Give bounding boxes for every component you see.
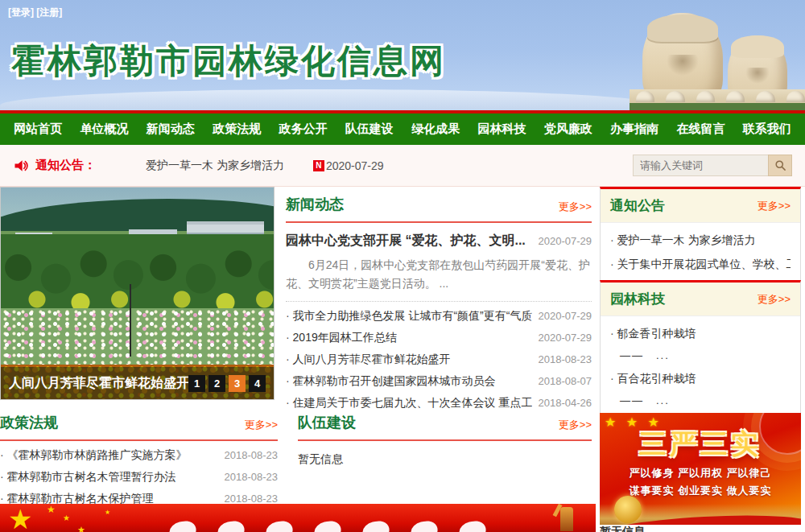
- page: [登录] [注册] 霍林郭勒市园林绿化信息网 网站首页 单位概况 新闻动态 政策…: [0, 0, 805, 532]
- carousel-trees: [1, 234, 274, 308]
- team-more-link[interactable]: 更多>>: [559, 418, 592, 432]
- nav-item-news[interactable]: 新闻动态: [138, 122, 204, 137]
- policy-row: 霍林郭勒市古树名木管理暂行办法 2018-08-23: [0, 466, 278, 488]
- policy-item-date: 2018-08-23: [225, 471, 279, 483]
- notice-box: 通知公告 更多>> 爱护一草一木 为家乡增活力 关于集中开展花园式单位、学校、工…: [600, 187, 801, 285]
- news-item-link[interactable]: 住建局关于市委七届九次、十次全体会议 重点工作任...: [286, 396, 532, 410]
- featured-article-date: 2020-07-29: [539, 235, 592, 247]
- featured-article-summary: 6月24日，园林中心党支部在敖包山芍药园开展“爱花、护花、文明赏花”主题党日活动…: [286, 256, 592, 293]
- main-nav: 网站首页 单位概况 新闻动态 政策法规 政务公开 队伍建设 绿化成果 园林科技 …: [0, 113, 805, 145]
- search-icon: [774, 159, 786, 171]
- star-icon: ★: [47, 504, 56, 515]
- tech-box-title: 园林科技: [610, 290, 665, 308]
- banner-line1: 严以修身 严以用权 严以律己: [600, 466, 801, 480]
- carousel-caption-bar: 人间八月芳菲尽霍市鲜花始盛开 1 2 3 4: [1, 367, 274, 399]
- star-icon: ★: [8, 505, 32, 532]
- new-badge-icon: N: [313, 160, 324, 171]
- tech-item-sub: —— ...: [610, 345, 791, 366]
- news-row: 人间八月芳菲尽霍市鲜花始盛开 2018-08-23: [286, 348, 592, 370]
- site-header: [登录] [注册] 霍林郭勒市园林绿化信息网: [0, 0, 805, 110]
- news-row: 霍林郭勒市召开创建国家园林城市动员会 2018-08-07: [286, 370, 592, 392]
- section-rule: [286, 221, 592, 223]
- photo-carousel[interactable]: 人间八月芳菲尽霍市鲜花始盛开 1 2 3 4: [0, 187, 275, 400]
- carousel-page-2[interactable]: 2: [208, 375, 225, 392]
- three-stricts-banner[interactable]: ★ ★ ★ 三严三实 严以修身 严以用权 严以律己 谋事要实 创业要实 做人要实: [600, 413, 801, 525]
- news-more-link[interactable]: 更多>>: [559, 200, 592, 214]
- nav-item-greening[interactable]: 绿化成果: [402, 122, 469, 137]
- genghis-khan-statues-image: [630, 0, 805, 110]
- bottom-right-box: 暂无信息: [600, 525, 801, 532]
- carousel-caption[interactable]: 人间八月芳菲尽霍市鲜花始盛开: [9, 375, 188, 392]
- nav-item-tech[interactable]: 园林科技: [469, 122, 535, 137]
- team-section: 队伍建设 更多>> 暂无信息: [298, 413, 592, 467]
- news-list: 我市全力助推绿色发展 让城市有“颜值”更有“气质” 2020-07-29 201…: [286, 305, 592, 414]
- news-item-link[interactable]: 霍林郭勒市召开创建国家园林城市动员会: [286, 374, 496, 389]
- news-item-link[interactable]: 我市全力助推绿色发展 让城市有“颜值”更有“气质”: [286, 309, 532, 324]
- policy-section: 政策法规 更多>> 《霍林郭勒市林荫路推广实施方案》 2018-08-23 霍林…: [0, 413, 278, 509]
- dotted-separator: [286, 301, 592, 302]
- nav-item-about[interactable]: 单位概况: [71, 122, 137, 137]
- notice-date: 2020-07-29: [326, 159, 384, 172]
- nav-item-team[interactable]: 队伍建设: [336, 122, 402, 137]
- bottom-red-banner[interactable]: ★ ★ ★ ★ ★: [0, 504, 596, 532]
- nav-item-home[interactable]: 网站首页: [5, 122, 71, 137]
- search-box: [633, 155, 792, 176]
- carousel-flower-field: [1, 308, 274, 365]
- news-item-link[interactable]: 2019年园林工作总结: [286, 331, 397, 345]
- featured-article-link[interactable]: 园林中心党支部开展 “爱花、护花、文明...: [286, 233, 526, 250]
- policy-item-date: 2018-08-23: [225, 493, 279, 505]
- tech-item-link[interactable]: 郁金香引种栽培: [610, 321, 791, 345]
- speaker-icon: [13, 158, 29, 174]
- news-section: 新闻动态 更多>> 园林中心党支部开展 “爱花、护花、文明... 2020-07…: [286, 195, 592, 414]
- news-item-date: 2020-07-29: [539, 310, 592, 322]
- star-icon: ★: [105, 509, 110, 516]
- register-link[interactable]: [注册]: [36, 6, 62, 18]
- notice-link[interactable]: 爱护一草一木 为家乡增活力: [146, 159, 284, 173]
- notice-item-link[interactable]: 关于集中开展花园式单位、学校、工厂...: [610, 252, 791, 276]
- policy-section-title: 政策法规: [0, 413, 58, 432]
- auth-links: [登录] [注册]: [8, 6, 62, 19]
- nav-item-message[interactable]: 在线留言: [667, 122, 733, 137]
- statue-figure-decoration: [560, 507, 573, 531]
- search-input[interactable]: [633, 155, 768, 176]
- news-row: 住建局关于市委七届九次、十次全体会议 重点工作任... 2018-04-26: [286, 392, 592, 414]
- carousel-pole: [130, 284, 131, 357]
- news-row: 2019年园林工作总结 2020-07-29: [286, 327, 592, 348]
- policy-item-link[interactable]: 霍林郭勒市古树名木管理暂行办法: [0, 470, 176, 485]
- policy-item-date: 2018-08-23: [225, 449, 279, 461]
- policy-more-link[interactable]: 更多>>: [245, 418, 278, 432]
- notice-item-link[interactable]: 爱护一草一木 为家乡增活力: [610, 228, 791, 252]
- calligraphy-decoration: [169, 522, 507, 532]
- carousel-page-1[interactable]: 1: [188, 375, 205, 392]
- yurt-domes: [630, 91, 805, 104]
- nav-item-contact[interactable]: 联系我们: [734, 122, 800, 137]
- news-row: 我市全力助推绿色发展 让城市有“颜值”更有“气质” 2020-07-29: [286, 305, 592, 327]
- nav-item-gov-affairs[interactable]: 政务公开: [270, 122, 336, 137]
- news-item-date: 2020-07-29: [539, 332, 592, 344]
- news-item-date: 2018-04-26: [539, 397, 592, 409]
- banner-title: 三严三实: [600, 426, 801, 463]
- header-hills: [0, 89, 660, 110]
- nav-item-party[interactable]: 党风廉政: [535, 122, 601, 137]
- search-button[interactable]: [768, 155, 792, 176]
- section-rule: [298, 439, 592, 441]
- policy-item-link[interactable]: 《霍林郭勒市林荫路推广实施方案》: [0, 448, 188, 463]
- notice-box-more-link[interactable]: 更多>>: [758, 199, 791, 213]
- notice-box-title: 通知公告: [610, 196, 665, 215]
- login-link[interactable]: [登录]: [8, 6, 34, 18]
- team-empty-text: 暂无信息: [298, 452, 592, 467]
- team-section-title: 队伍建设: [298, 413, 356, 432]
- notice-bar: 通知公告： 爱护一草一木 为家乡增活力 N 2020-07-29: [0, 145, 805, 187]
- tech-box: 园林科技 更多>> 郁金香引种栽培 —— ... 百合花引种栽培 —— ...: [600, 280, 801, 420]
- news-section-title: 新闻动态: [286, 195, 344, 214]
- carousel-page-3-active[interactable]: 3: [229, 375, 246, 392]
- notice-label: 通知公告：: [35, 158, 96, 173]
- nav-item-guide[interactable]: 办事指南: [601, 122, 667, 137]
- site-title: 霍林郭勒市园林绿化信息网: [11, 39, 446, 84]
- nav-item-policy[interactable]: 政策法规: [204, 122, 270, 137]
- carousel-page-4[interactable]: 4: [249, 375, 266, 392]
- tech-box-more-link[interactable]: 更多>>: [758, 292, 791, 307]
- tech-item-link[interactable]: 百合花引种栽培: [610, 366, 791, 390]
- news-item-link[interactable]: 人间八月芳菲尽霍市鲜花始盛开: [286, 353, 451, 367]
- carousel-pager: 1 2 3 4: [188, 375, 266, 392]
